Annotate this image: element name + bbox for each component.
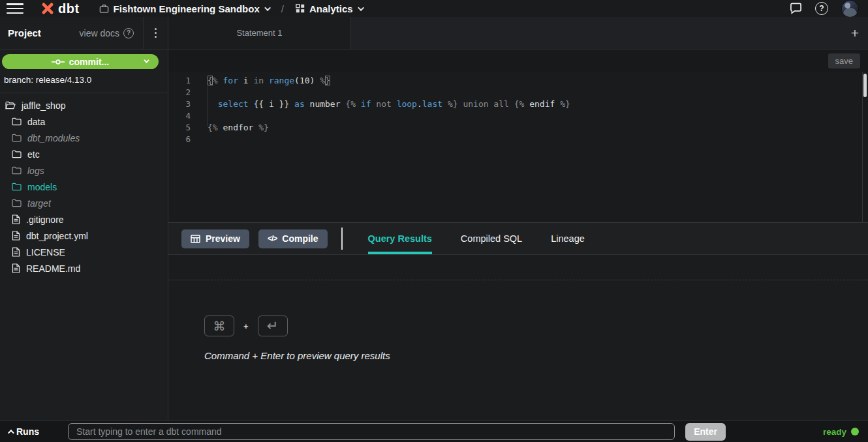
preview-button[interactable]: Preview	[181, 229, 249, 248]
status-dot	[851, 428, 859, 435]
code-line-1: 1{% for i in range(10) %}	[168, 74, 868, 86]
dbt-logo-text: dbt	[58, 2, 80, 15]
git-commit-icon	[52, 59, 65, 65]
tree-item-label: .gitignore	[26, 214, 64, 225]
editor-scrollbar-thumb[interactable]	[863, 74, 867, 97]
tree-item-label: LICENSE	[26, 247, 65, 258]
results-separator	[168, 280, 868, 280]
tree-item-label: models	[27, 182, 57, 192]
tree-item-label: target	[27, 198, 51, 209]
view-docs-link[interactable]: view docs ?	[80, 28, 143, 38]
preview-label: Preview	[206, 233, 240, 244]
code-line-content: select {{ i }} as number {% if not loop.…	[197, 99, 570, 109]
tree-item-models[interactable]: models	[0, 179, 168, 195]
shortcut-hint-text: Command + Enter to preview query results	[204, 350, 390, 361]
chevron-down-icon	[358, 5, 364, 11]
editor-actions-row: save	[168, 50, 868, 72]
code-icon: </>	[268, 234, 277, 243]
chevron-down-icon	[144, 57, 149, 63]
line-number: 4	[168, 111, 197, 121]
top-navigation-bar: dbt Fishtown Engineering Sandbox /	[0, 0, 868, 17]
view-docs-label: view docs	[80, 28, 119, 38]
file-icon	[12, 231, 20, 241]
tree-item-license[interactable]: LICENSE	[0, 244, 168, 260]
compile-button[interactable]: </> Compile	[258, 229, 328, 248]
results-tab-label: Query Results	[368, 233, 432, 244]
compile-label: Compile	[282, 233, 318, 244]
runs-label: Runs	[16, 426, 39, 437]
results-tab-lineage[interactable]: Lineage	[551, 223, 585, 254]
tree-item-readme-md[interactable]: README.md	[0, 260, 168, 276]
results-content: ⌘ + ↵ Command + Enter to preview query r…	[168, 255, 868, 420]
account-switcher[interactable]: Fishtown Engineering Sandbox	[99, 3, 271, 14]
results-tab-label: Lineage	[551, 233, 585, 244]
account-name: Fishtown Engineering Sandbox	[114, 3, 260, 14]
sidebar-header: Project view docs ?	[0, 17, 168, 50]
tree-item--gitignore[interactable]: .gitignore	[0, 211, 168, 228]
results-panel: Preview </> Compile Query ResultsCompile…	[168, 222, 868, 420]
tree-item-label: dbt_project.yml	[26, 231, 88, 241]
save-button[interactable]: save	[828, 53, 860, 68]
enter-key-icon: ↵	[258, 316, 288, 336]
tree-item-label: logs	[27, 166, 44, 176]
line-number: 2	[168, 87, 197, 97]
runs-toggle[interactable]: Runs	[0, 426, 68, 437]
tree-item-dbt-modules[interactable]: dbt_modules	[0, 130, 168, 146]
docs-help-icon: ?	[123, 28, 134, 38]
tree-item-label: data	[27, 117, 45, 127]
dbt-logo: dbt	[40, 1, 80, 16]
line-number: 3	[168, 99, 197, 109]
user-avatar[interactable]	[841, 0, 859, 18]
file-icon	[12, 214, 20, 224]
breadcrumb-separator: /	[281, 3, 284, 14]
toolbar-divider	[341, 228, 343, 250]
results-tab-label: Compiled SQL	[461, 233, 522, 244]
sidebar-title: Project	[0, 27, 41, 38]
commit-label: commit...	[69, 57, 109, 67]
enter-button[interactable]: Enter	[685, 423, 726, 441]
chevron-up-icon	[8, 429, 14, 435]
folder-icon	[12, 134, 22, 142]
dbt-cloud-ide: dbt Fishtown Engineering Sandbox /	[0, 0, 868, 442]
indent-guide	[208, 86, 208, 126]
results-tab-query-results[interactable]: Query Results	[368, 223, 432, 254]
tree-item-data[interactable]: data	[0, 113, 168, 130]
results-tabs: Query ResultsCompiled SQLLineage	[368, 223, 613, 254]
commit-button[interactable]: commit...	[2, 54, 159, 69]
editor-tab-bar: Statement 1 +	[168, 17, 868, 50]
tree-item-logs[interactable]: logs	[0, 162, 168, 179]
tree-item-jaffle-shop[interactable]: jaffle_shop	[0, 97, 168, 113]
line-number: 6	[168, 134, 197, 144]
new-tab-button[interactable]: +	[851, 26, 859, 40]
file-icon	[12, 247, 20, 257]
status-indicator: ready	[726, 427, 868, 437]
folder-icon	[12, 166, 22, 175]
code-line-4: 4	[168, 110, 868, 121]
code-editor[interactable]: 1{% for i in range(10) %}23 select {{ i …	[168, 72, 868, 222]
tree-item-label: jaffle_shop	[22, 100, 65, 111]
project-switcher[interactable]: Analytics	[296, 3, 364, 14]
code-line-content: {% for i in range(10) %}	[197, 76, 330, 85]
command-bar: Runs Enter ready	[0, 420, 868, 442]
folder-icon	[12, 199, 22, 207]
tab-statement-1[interactable]: Statement 1	[168, 17, 351, 49]
folder-icon	[12, 117, 22, 126]
code-line-6: 6	[168, 133, 868, 145]
hamburger-menu-icon[interactable]	[7, 3, 23, 14]
status-label: ready	[823, 427, 846, 437]
folder-icon	[12, 150, 22, 158]
tab-label: Statement 1	[236, 28, 282, 38]
code-line-3: 3 select {{ i }} as number {% if not loo…	[168, 98, 868, 110]
tree-item-etc[interactable]: etc	[0, 146, 168, 162]
results-toolbar: Preview </> Compile Query ResultsCompile…	[168, 223, 868, 255]
tree-item-target[interactable]: target	[0, 195, 168, 211]
dbt-command-input[interactable]	[68, 423, 675, 440]
results-tab-compiled-sql[interactable]: Compiled SQL	[461, 223, 522, 254]
tree-item-dbt-project-yml[interactable]: dbt_project.yml	[0, 228, 168, 244]
code-line-2: 2	[168, 86, 868, 98]
chat-icon[interactable]	[790, 3, 802, 14]
kebab-menu-icon[interactable]	[143, 17, 168, 49]
help-icon[interactable]: ?	[815, 2, 828, 15]
briefcase-icon	[99, 4, 109, 14]
line-number: 5	[168, 123, 197, 132]
